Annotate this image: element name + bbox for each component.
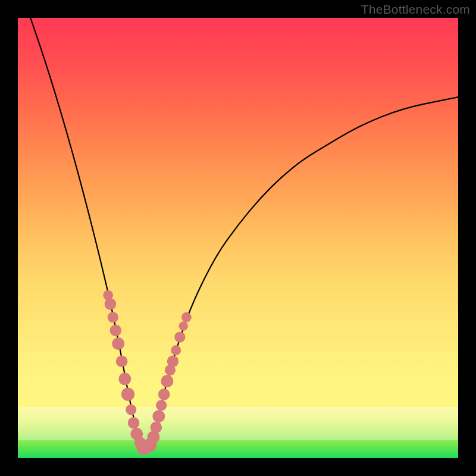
curve-marker — [151, 421, 162, 433]
curve-marker — [108, 312, 118, 322]
curve-marker — [121, 388, 134, 401]
curve-marker — [112, 337, 124, 350]
curve-markers — [103, 290, 191, 455]
curve-marker — [167, 355, 179, 367]
curve-marker — [105, 298, 117, 310]
curve-marker — [110, 325, 122, 337]
curve-marker — [181, 312, 192, 322]
curve-marker — [152, 410, 165, 422]
plot-area — [18, 18, 458, 458]
curve-marker — [158, 389, 170, 400]
curve-marker — [179, 321, 188, 330]
curve-marker — [171, 345, 181, 355]
curve-svg — [18, 18, 458, 458]
curve-marker — [128, 417, 140, 429]
chart-stage: TheBottleneck.com — [0, 0, 476, 476]
curve-marker — [156, 400, 167, 411]
curve-marker — [126, 405, 136, 415]
curve-marker — [118, 372, 131, 385]
bottleneck-curve — [18, 0, 458, 447]
watermark-label: TheBottleneck.com — [361, 2, 470, 17]
curve-marker — [161, 375, 173, 387]
curve-marker — [116, 355, 128, 367]
curve-marker — [174, 331, 185, 342]
